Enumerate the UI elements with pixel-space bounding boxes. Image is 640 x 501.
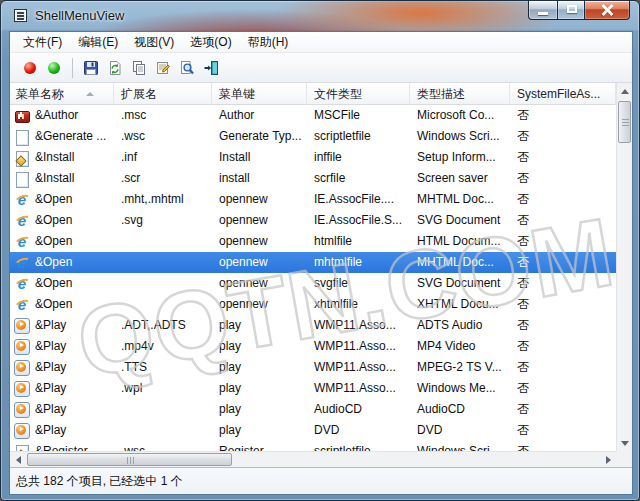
column-header-type_desc[interactable]: 类型描述 bbox=[410, 83, 510, 105]
copy-button[interactable] bbox=[127, 56, 151, 80]
table-row[interactable]: &Play.mp4vplayWMP11.Asso...MP4 Video否 bbox=[10, 336, 616, 357]
table-row[interactable]: &Open.svgopennewIE.AssocFile.S...SVG Doc… bbox=[10, 210, 616, 231]
column-header-label: 类型描述 bbox=[417, 86, 465, 103]
cell-ext bbox=[114, 294, 212, 315]
titlebar[interactable]: ShellMenuView bbox=[1, 1, 640, 31]
table-row[interactable]: &Open.mht,.mhtmlopennewIE.AssocFile....M… bbox=[10, 189, 616, 210]
play-triangle-icon bbox=[20, 343, 24, 347]
table-row[interactable]: &OpenopennewxhtmlfileXHTML Docu...否 bbox=[10, 294, 616, 315]
cell-ext: .TTS bbox=[114, 357, 212, 378]
down-arrow-icon bbox=[621, 441, 629, 446]
cell-ext: .mp4v bbox=[114, 336, 212, 357]
table-row[interactable]: &Register.wscRegisterscriptletfileWindow… bbox=[10, 441, 616, 451]
cell-type_desc: MHTML Doc... bbox=[410, 189, 510, 210]
shellmenuview-window: ShellMenuView 文件(F)编辑(E)视图(V)选项(O)帮助(H) bbox=[0, 0, 640, 501]
cell-sysfile: 否 bbox=[510, 357, 616, 378]
scroll-down-button[interactable] bbox=[617, 435, 633, 451]
exit-button[interactable] bbox=[199, 56, 223, 80]
close-icon bbox=[601, 4, 613, 16]
table-row[interactable]: &Play.TTSplayWMP11.Asso...MPEG-2 TS V...… bbox=[10, 357, 616, 378]
cell-type_desc: SVG Document bbox=[410, 210, 510, 231]
column-header-ext[interactable]: 扩展名 bbox=[114, 83, 212, 105]
cell-ext: .msc bbox=[114, 105, 212, 126]
scroll-right-button[interactable] bbox=[600, 452, 616, 468]
cell-menu_name: &Register bbox=[10, 441, 114, 451]
properties-button[interactable] bbox=[151, 56, 175, 80]
table-row[interactable]: &Author.mscAuthorMSCFileMicrosoft Co...否 bbox=[10, 105, 616, 126]
window-title: ShellMenuView bbox=[35, 8, 124, 23]
list-rows: &Author.mscAuthorMSCFileMicrosoft Co...否… bbox=[10, 105, 616, 451]
cell-sysfile: 否 bbox=[510, 210, 616, 231]
cell-file_type: WMP11.Asso... bbox=[307, 315, 410, 336]
cell-type_desc: MHTML Doc... bbox=[410, 252, 510, 273]
scroll-up-button[interactable] bbox=[617, 83, 633, 99]
cell-file_type: xhtmlfile bbox=[307, 294, 410, 315]
table-row[interactable]: &PlayplayDVDDVD否 bbox=[10, 420, 616, 441]
find-button[interactable] bbox=[175, 56, 199, 80]
cell-menu_key: opennew bbox=[212, 189, 307, 210]
minimize-button[interactable] bbox=[528, 1, 557, 20]
cell-menu_name: &Author bbox=[10, 105, 114, 126]
internet-explorer-icon bbox=[14, 192, 30, 208]
refresh-icon bbox=[107, 60, 123, 76]
cell-ext bbox=[114, 252, 212, 273]
refresh-button[interactable] bbox=[103, 56, 127, 80]
column-header-menu_name[interactable]: 菜单名称 bbox=[10, 83, 114, 105]
column-header-menu_key[interactable]: 菜单键 bbox=[212, 83, 307, 105]
table-row[interactable]: &OpenopennewhtmlfileHTML Docum...否 bbox=[10, 231, 616, 252]
enable-item-button[interactable] bbox=[42, 56, 66, 80]
cell-menu_name: &Open bbox=[10, 210, 114, 231]
disable-item-button[interactable] bbox=[18, 56, 42, 80]
media-play-icon bbox=[14, 402, 30, 418]
up-arrow-icon bbox=[621, 89, 629, 94]
cell-menu_name: &Open bbox=[10, 189, 114, 210]
cell-menu_key: play bbox=[212, 378, 307, 399]
cell-ext bbox=[114, 273, 212, 294]
menu-item-options[interactable]: 选项(O) bbox=[182, 32, 239, 53]
column-header-label: 扩展名 bbox=[121, 86, 157, 103]
internet-explorer-icon bbox=[14, 234, 30, 250]
menu-item-edit[interactable]: 编辑(E) bbox=[70, 32, 126, 53]
cell-sysfile: 否 bbox=[510, 378, 616, 399]
column-header-label: 菜单键 bbox=[219, 86, 255, 103]
table-row[interactable]: &Play.ADT,.ADTSplayWMP11.Asso...ADTS Aud… bbox=[10, 315, 616, 336]
menu-item-view[interactable]: 视图(V) bbox=[126, 32, 182, 53]
menu-name-text: &Open bbox=[30, 210, 72, 231]
menu-name-text: &Play bbox=[30, 420, 66, 441]
internet-explorer-icon bbox=[14, 255, 30, 271]
cell-menu_key: opennew bbox=[212, 210, 307, 231]
column-header-sysfile[interactable]: SystemFileAs... bbox=[510, 83, 616, 105]
menu-item-file[interactable]: 文件(F) bbox=[15, 32, 70, 53]
save-button[interactable] bbox=[79, 56, 103, 80]
cell-menu_name: &Open bbox=[10, 294, 114, 315]
cell-type_desc: XHTML Docu... bbox=[410, 294, 510, 315]
vertical-scrollbar[interactable] bbox=[616, 83, 632, 451]
cell-file_type: WMP11.Asso... bbox=[307, 378, 410, 399]
table-row[interactable]: &Install.infInstallinffileSetup Inform..… bbox=[10, 147, 616, 168]
cell-file_type: IE.AssocFile.S... bbox=[307, 210, 410, 231]
scroll-left-button[interactable] bbox=[10, 452, 26, 468]
menu-name-text: &Install bbox=[30, 168, 74, 189]
maximize-button[interactable] bbox=[557, 1, 585, 20]
table-row[interactable]: &PlayplayAudioCDAudioCD否 bbox=[10, 399, 616, 420]
table-row[interactable]: &OpenopennewmhtmlfileMHTML Doc...否 bbox=[10, 252, 616, 273]
horizontal-scrollbar[interactable] bbox=[10, 451, 616, 467]
menu-item-help[interactable]: 帮助(H) bbox=[240, 32, 297, 53]
cell-type_desc: HTML Docum... bbox=[410, 231, 510, 252]
horizontal-scroll-thumb[interactable] bbox=[27, 453, 232, 466]
vertical-scroll-thumb[interactable] bbox=[618, 101, 631, 143]
table-row[interactable]: &OpenopennewsvgfileSVG Document否 bbox=[10, 273, 616, 294]
table-row[interactable]: &Generate ....wscGenerate Typ...scriptle… bbox=[10, 126, 616, 147]
menu-name-text: &Open bbox=[30, 189, 72, 210]
table-row[interactable]: &Install.scrinstallscrfileScreen saver否 bbox=[10, 168, 616, 189]
close-button[interactable] bbox=[585, 1, 630, 20]
document-icon bbox=[14, 129, 30, 145]
cell-sysfile: 否 bbox=[510, 168, 616, 189]
cell-ext: .wsc bbox=[114, 126, 212, 147]
menu-name-text: &Open bbox=[30, 273, 72, 294]
cell-type_desc: AudioCD bbox=[410, 399, 510, 420]
table-row[interactable]: &Play.wplplayWMP11.Asso...Windows Me...否 bbox=[10, 378, 616, 399]
menu-name-text: &Play bbox=[30, 357, 66, 378]
column-header-file_type[interactable]: 文件类型 bbox=[307, 83, 410, 105]
cell-ext: .scr bbox=[114, 168, 212, 189]
